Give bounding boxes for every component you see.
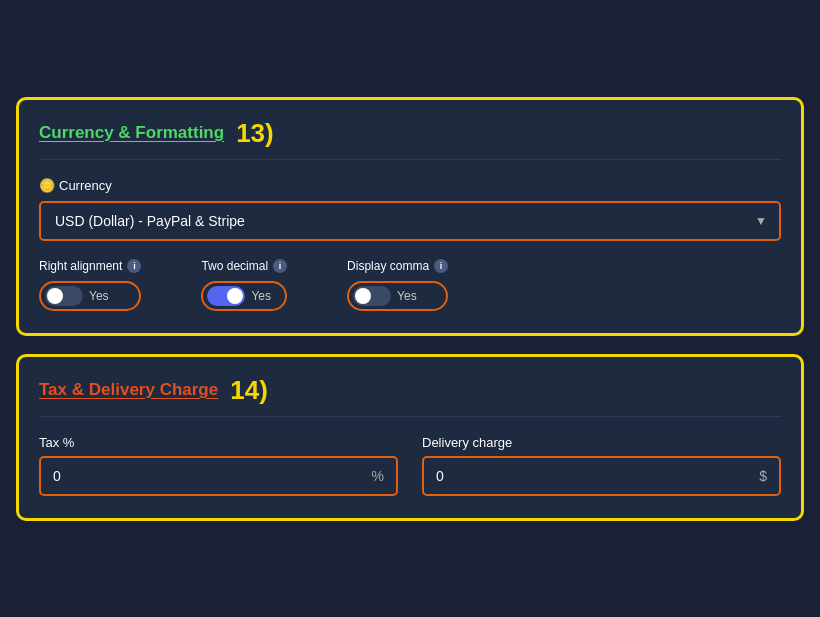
right-alignment-info-icon[interactable]: i bbox=[127, 259, 141, 273]
currency-select-wrapper[interactable]: USD (Dollar) - PayPal & Stripe EUR (Euro… bbox=[39, 201, 781, 241]
right-alignment-yes-label: Yes bbox=[89, 289, 109, 303]
tax-card-header: Tax & Delivery Charge 14) bbox=[39, 375, 781, 406]
delivery-input-group: Delivery charge $ bbox=[422, 435, 781, 496]
right-alignment-group: Right alignment i Yes bbox=[39, 259, 141, 311]
right-alignment-toggle-container: Yes bbox=[39, 281, 141, 311]
two-decimal-label: Two decimal i bbox=[201, 259, 287, 273]
tax-inputs-row: Tax % % Delivery charge $ bbox=[39, 435, 781, 496]
display-comma-group: Display comma i Yes bbox=[347, 259, 448, 311]
currency-select[interactable]: USD (Dollar) - PayPal & Stripe EUR (Euro… bbox=[41, 203, 779, 239]
two-decimal-toggle-container: Yes bbox=[201, 281, 287, 311]
right-alignment-toggle-knob bbox=[47, 288, 63, 304]
currency-section-label: 🪙 Currency bbox=[39, 178, 781, 193]
right-alignment-label: Right alignment i bbox=[39, 259, 141, 273]
display-comma-info-icon[interactable]: i bbox=[434, 259, 448, 273]
tax-label: Tax % bbox=[39, 435, 398, 450]
display-comma-toggle-knob bbox=[355, 288, 371, 304]
tax-input-group: Tax % % bbox=[39, 435, 398, 496]
tax-card-title[interactable]: Tax & Delivery Charge bbox=[39, 380, 218, 400]
right-alignment-toggle[interactable] bbox=[45, 286, 83, 306]
display-comma-toggle[interactable] bbox=[353, 286, 391, 306]
tax-input[interactable] bbox=[41, 458, 366, 494]
tax-input-wrapper: % bbox=[39, 456, 398, 496]
two-decimal-group: Two decimal i Yes bbox=[201, 259, 287, 311]
delivery-input-wrapper: $ bbox=[422, 456, 781, 496]
two-decimal-info-icon[interactable]: i bbox=[273, 259, 287, 273]
delivery-input[interactable] bbox=[424, 458, 753, 494]
tax-card-number: 14) bbox=[230, 375, 268, 406]
toggles-row: Right alignment i Yes Two decimal i bbox=[39, 259, 781, 311]
two-decimal-toggle[interactable] bbox=[207, 286, 245, 306]
currency-icon: 🪙 bbox=[39, 178, 55, 193]
currency-card-title[interactable]: Currency & Formatting bbox=[39, 123, 224, 143]
page-wrapper: Currency & Formatting 13) 🪙 Currency USD… bbox=[16, 97, 804, 521]
currency-divider bbox=[39, 159, 781, 160]
tax-suffix: % bbox=[366, 468, 396, 484]
display-comma-label: Display comma i bbox=[347, 259, 448, 273]
currency-card: Currency & Formatting 13) 🪙 Currency USD… bbox=[16, 97, 804, 336]
tax-card: Tax & Delivery Charge 14) Tax % % Delive… bbox=[16, 354, 804, 521]
display-comma-toggle-container: Yes bbox=[347, 281, 448, 311]
delivery-label: Delivery charge bbox=[422, 435, 781, 450]
delivery-suffix: $ bbox=[753, 468, 779, 484]
two-decimal-yes-label: Yes bbox=[251, 289, 271, 303]
two-decimal-toggle-knob bbox=[227, 288, 243, 304]
tax-divider bbox=[39, 416, 781, 417]
currency-card-number: 13) bbox=[236, 118, 274, 149]
display-comma-yes-label: Yes bbox=[397, 289, 417, 303]
currency-card-header: Currency & Formatting 13) bbox=[39, 118, 781, 149]
